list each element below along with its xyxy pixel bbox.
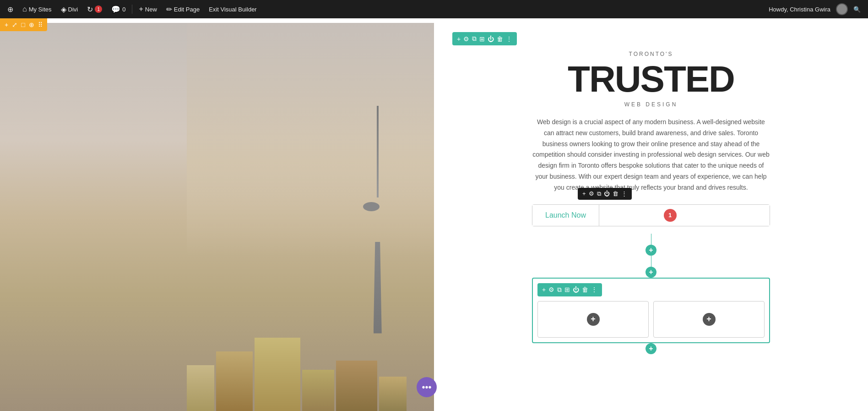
btn-tb-copy-icon[interactable]: ⧉ — [597, 190, 601, 197]
divi-icon: ◈ — [61, 5, 66, 14]
exit-builder-btn[interactable]: Exit Visual Builder — [205, 0, 260, 18]
buildings — [187, 329, 434, 411]
move-icon[interactable]: ⤢ — [12, 21, 17, 28]
s2-tb-power-icon[interactable]: ⏻ — [573, 286, 579, 293]
right-panel: + ⚙ ⧉ ⊞ ⏻ 🗑 ⋮ TORONTO'S TRUSTED WEB DESI… — [434, 23, 868, 411]
btn-tb-more-icon[interactable]: ⋮ — [621, 190, 627, 197]
tb1-add-icon[interactable]: + — [457, 35, 461, 43]
building-5 — [336, 361, 377, 411]
new-menu[interactable]: + New — [135, 0, 160, 18]
tb1-settings-icon[interactable]: ⚙ — [463, 35, 469, 43]
cn-tower-group — [187, 23, 434, 411]
updates-icon: ↻ — [87, 5, 93, 14]
left-image-panel — [0, 23, 434, 411]
main-heading: TRUSTED — [452, 61, 850, 98]
left-float-toolbar: + ⤢ □ ⊕ ⠿ — [0, 18, 47, 31]
search-btn[interactable]: 🔍 — [850, 0, 864, 18]
wp-icon: ⊕ — [7, 5, 13, 14]
btn-tb-add-icon[interactable]: + — [582, 190, 586, 197]
main-content: + ⚙ ⧉ ⊞ ⏻ 🗑 ⋮ TORONTO'S TRUSTED WEB DESI… — [0, 18, 868, 411]
connector-row-2: + — [532, 343, 770, 354]
comments-icon: 💬 — [111, 5, 120, 14]
plus-btn-1[interactable]: + — [646, 245, 656, 256]
home-icon: ⌂ — [22, 5, 27, 13]
heading-area: TORONTO'S TRUSTED WEB DESIGN — [452, 51, 850, 108]
section2-col-1: + — [537, 301, 649, 338]
building-1 — [187, 365, 214, 411]
s2-tb-more-icon[interactable]: ⋮ — [591, 286, 597, 293]
tb1-power-icon[interactable]: ⏻ — [488, 35, 494, 43]
building-2 — [216, 351, 253, 411]
connector-line-1 — [651, 234, 651, 245]
s2-tb-add-icon[interactable]: + — [542, 286, 546, 293]
section2-col-2: + — [653, 301, 765, 338]
launch-now-button[interactable]: Launch Now — [532, 205, 599, 226]
subtitle-top: TORONTO'S — [452, 51, 850, 57]
button-row: Launch Now — [532, 204, 770, 226]
section2-cols: + + — [537, 301, 765, 338]
copy-icon[interactable]: □ — [21, 21, 25, 28]
notification-badge: 1 — [664, 209, 677, 222]
my-sites-menu[interactable]: ⌂ My Sites — [19, 0, 55, 18]
s2-tb-copy-icon[interactable]: ⧉ — [557, 286, 562, 294]
tb1-grid-icon[interactable]: ⊞ — [479, 35, 485, 43]
tower-pod — [363, 202, 380, 211]
plus-icon: + — [139, 5, 143, 13]
comments-menu[interactable]: 💬 0 — [108, 0, 129, 18]
s2-tb-delete-icon[interactable]: 🗑 — [582, 286, 588, 293]
btn-overlay-toolbar: + ⚙ ⧉ ⏻ 🗑 ⋮ — [578, 188, 632, 200]
section2: + ⚙ ⧉ ⊞ ⏻ 🗑 ⋮ + + — [532, 278, 770, 343]
building-3 — [255, 338, 300, 411]
divi-menu[interactable]: ◈ Divi — [57, 0, 82, 18]
avatar — [836, 3, 848, 15]
section2-toolbar: + ⚙ ⧉ ⊞ ⏻ 🗑 ⋮ — [537, 283, 602, 296]
dots-icon: ••• — [422, 382, 432, 393]
learn-more-button[interactable] — [599, 205, 770, 226]
section2-wrapper: + ⚙ ⧉ ⊞ ⏻ 🗑 ⋮ + + — [532, 278, 770, 343]
wp-logo[interactable]: ⊕ — [4, 0, 17, 18]
btn-tb-power-icon[interactable]: ⏻ — [604, 190, 610, 197]
plus-btn-bottom[interactable]: + — [646, 343, 656, 354]
howdy-text: Howdy, Christina Gwira — [765, 6, 834, 13]
btn-tb-settings-icon[interactable]: ⚙ — [589, 190, 594, 197]
updates-badge: 1 — [95, 5, 102, 13]
col-2-plus-btn[interactable]: + — [703, 313, 716, 326]
tb1-delete-icon[interactable]: 🗑 — [497, 35, 503, 43]
subtitle-bottom: WEB DESIGN — [452, 101, 850, 108]
page-wrapper: + ⚙ ⧉ ⊞ ⏻ 🗑 ⋮ TORONTO'S TRUSTED WEB DESI… — [0, 18, 868, 411]
edit-page-btn[interactable]: ✏ Edit Page — [163, 0, 203, 18]
tb1-copy-icon[interactable]: ⧉ — [472, 35, 477, 43]
s2-tb-settings-icon[interactable]: ⚙ — [548, 286, 554, 293]
edit-icon: ✏ — [166, 5, 172, 14]
add-icon[interactable]: + — [5, 21, 8, 28]
connector-row-1: + + — [532, 234, 770, 278]
sky-overlay — [187, 23, 434, 256]
module-toolbar-1: + ⚙ ⧉ ⊞ ⏻ 🗑 ⋮ — [452, 32, 517, 45]
tower-needle — [377, 106, 379, 197]
tb1-more-icon[interactable]: ⋮ — [506, 35, 512, 43]
admin-bar-right: Howdy, Christina Gwira 🔍 — [765, 0, 864, 18]
separator-1 — [132, 5, 132, 14]
dots-menu-btn[interactable]: ••• — [417, 377, 437, 397]
grid-icon[interactable]: ⠿ — [38, 21, 43, 28]
settings-icon[interactable]: ⊕ — [29, 21, 34, 28]
building-6 — [379, 377, 407, 411]
admin-bar: ⊕ ⌂ My Sites ◈ Divi ↻ 1 💬 0 + New ✏ Edit… — [0, 0, 868, 18]
connector-line-2 — [651, 256, 651, 267]
plus-btn-2[interactable]: + — [646, 267, 656, 278]
body-text: Web design is a crucial aspect of any mo… — [532, 117, 770, 193]
s2-tb-grid-icon[interactable]: ⊞ — [564, 286, 570, 293]
building-4 — [302, 370, 334, 411]
btn-tb-delete-icon[interactable]: 🗑 — [613, 190, 618, 197]
button-section: + ⚙ ⧉ ⏻ 🗑 ⋮ 1 Launch Now — [532, 204, 770, 226]
col-1-plus-btn[interactable]: + — [587, 313, 600, 326]
updates-menu[interactable]: ↻ 1 — [83, 0, 106, 18]
